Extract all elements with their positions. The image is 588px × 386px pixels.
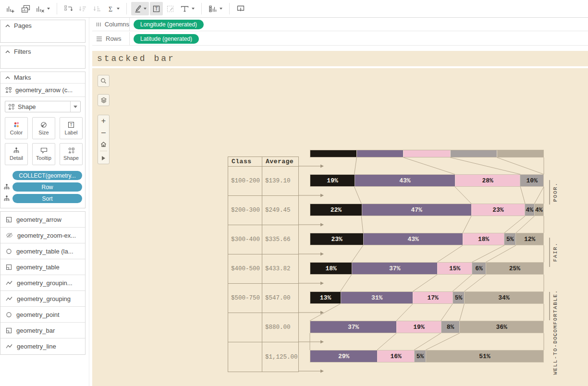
- bar-segment-gray[interactable]: 5%: [414, 350, 426, 362]
- pan-right-button[interactable]: [98, 152, 109, 164]
- dropdown-caret: [117, 8, 120, 10]
- bar-segment-purple[interactable]: 37%: [352, 263, 437, 274]
- bar-segment-tan[interactable]: 25%: [486, 263, 543, 274]
- rows-pill-latitude[interactable]: Latitude (generated): [134, 34, 199, 44]
- mark-button-color[interactable]: Color: [5, 117, 28, 139]
- table-cell-class: $200-300: [228, 196, 262, 225]
- bar-segment-pink[interactable]: 18%: [463, 233, 504, 245]
- marks-panel-header[interactable]: Marks: [0, 72, 85, 83]
- legend-segment-black[interactable]: [310, 150, 356, 157]
- pages-panel: Pages: [0, 20, 86, 43]
- bar-segment-tan[interactable]: 34%: [464, 292, 543, 303]
- pill-row[interactable]: Row: [12, 182, 82, 192]
- bar-segment-tan[interactable]: 4%: [534, 204, 543, 216]
- mark-button-tooltip[interactable]: Tooltip: [32, 143, 55, 165]
- bar-segment-purple[interactable]: 37%: [310, 321, 396, 333]
- mark-button-size[interactable]: Size: [32, 117, 55, 139]
- sheet-title[interactable]: stacked bar: [92, 51, 588, 66]
- legend-segment-pink[interactable]: [403, 150, 450, 157]
- bar-segment-label: 28%: [482, 177, 493, 184]
- bar-segment-purple[interactable]: 29%: [310, 350, 377, 362]
- bar-segment-tan[interactable]: 51%: [426, 350, 543, 362]
- bar-segment-pink[interactable]: 23%: [471, 204, 525, 216]
- columns-icon: [96, 22, 101, 27]
- layer-item-geometry_grouping[interactable]: geometry_grouping: [0, 291, 85, 307]
- bar-segment-gray[interactable]: 6%: [472, 263, 486, 274]
- label-icon: T: [68, 121, 74, 128]
- zoom-out-button[interactable]: –: [98, 127, 109, 138]
- columns-pill-longitude[interactable]: Longitude (generated): [134, 20, 204, 29]
- new-worksheet-button[interactable]: [4, 2, 18, 15]
- show-mark-labels-button[interactable]: T: [150, 2, 163, 15]
- bar-segment-pink[interactable]: 15%: [437, 263, 472, 274]
- marks-active-layer[interactable]: geometry_arrow (c...: [0, 83, 85, 97]
- mark-button-shape[interactable]: Shape: [60, 143, 83, 165]
- clear-worksheet-icon: [36, 5, 45, 13]
- marks-pills: COLLECT(geometry...RowSort: [0, 170, 85, 208]
- bar-segment-purple[interactable]: 43%: [363, 233, 462, 245]
- mark-button-detail[interactable]: Detail: [5, 143, 28, 165]
- bar-segment-purple[interactable]: 31%: [341, 292, 413, 303]
- layer-item-geometry_table[interactable]: geometry_table: [0, 259, 85, 275]
- bar-segment-black[interactable]: 22%: [310, 204, 362, 216]
- legend-segment-purple[interactable]: [356, 150, 403, 157]
- table-cell-average: $547.00: [262, 284, 298, 313]
- table-cell-average: $139.10: [262, 167, 298, 196]
- mark-type-select[interactable]: Shape: [5, 101, 81, 112]
- bar-segment-gray[interactable]: 5%: [453, 292, 464, 303]
- show-hide-cards-button[interactable]: [206, 2, 225, 15]
- highlight-button[interactable]: [131, 2, 149, 15]
- bar-segment-gray[interactable]: 5%: [504, 233, 515, 245]
- bar-segment-purple[interactable]: 47%: [362, 204, 471, 216]
- sort-descending-button[interactable]: [90, 2, 104, 15]
- bar-segment-gray[interactable]: 4%: [525, 204, 534, 216]
- bar-segment-pink[interactable]: 19%: [396, 321, 441, 333]
- pill-sort[interactable]: Sort: [12, 194, 82, 203]
- swap-rows-columns-button[interactable]: [61, 2, 75, 15]
- layer-item-geometry_bar[interactable]: geometry_bar: [0, 323, 85, 338]
- bar-segment-pink[interactable]: 17%: [413, 292, 452, 303]
- layer-item-geometry_groupin[interactable]: geometry_groupin...: [0, 275, 85, 291]
- bar-segment-black[interactable]: 23%: [310, 233, 363, 245]
- pill-collect-geometry[interactable]: COLLECT(geometry...: [12, 171, 82, 180]
- fix-axes-button[interactable]: [164, 2, 177, 15]
- table-cell-average: $1,125.00: [262, 342, 298, 372]
- layer-item-geometry_tablela[interactable]: geometry_table (la...: [0, 243, 85, 259]
- arrow-right-icon: [101, 156, 106, 161]
- layer-item-geometry_line[interactable]: geometry_line: [0, 338, 85, 354]
- bar-segment-black[interactable]: 13%: [310, 292, 341, 303]
- bar-segment-label: 37%: [348, 324, 359, 331]
- legend-segment-gray[interactable]: [450, 150, 497, 157]
- presentation-mode-button[interactable]: [234, 2, 247, 15]
- size-icon: [40, 121, 47, 128]
- mark-button-label[interactable]: TLabel: [60, 117, 83, 139]
- zoom-in-button[interactable]: +: [98, 115, 109, 127]
- mark-button-label: Shape: [63, 155, 79, 161]
- map-search-button[interactable]: [98, 75, 110, 87]
- bar-segment-tan[interactable]: 36%: [459, 321, 543, 333]
- bar-segment-pink[interactable]: 28%: [455, 175, 520, 186]
- layer-item-geometry_point[interactable]: geometry_point: [0, 307, 85, 323]
- bar-segment-black[interactable]: 19%: [310, 175, 355, 186]
- bar-segment-black[interactable]: 18%: [310, 263, 352, 274]
- filters-panel-header[interactable]: Filters: [0, 46, 85, 57]
- bar-segment-label: 17%: [427, 294, 438, 302]
- bar-segment-gray[interactable]: 8%: [441, 321, 460, 333]
- bar-segment-tan[interactable]: 12%: [515, 233, 543, 245]
- totals-button[interactable]: Σ: [105, 2, 122, 15]
- titles-captions-button[interactable]: [178, 2, 197, 15]
- bar-segment-gray[interactable]: 10%: [520, 175, 543, 186]
- pages-panel-header[interactable]: Pages: [0, 20, 85, 31]
- bar-segment-label: 4%: [535, 206, 543, 214]
- map-layers-button[interactable]: [98, 94, 110, 106]
- legend-segment-tan[interactable]: [497, 150, 543, 157]
- bar-segment-purple[interactable]: 43%: [355, 175, 455, 186]
- sort-ascending-button[interactable]: [76, 2, 89, 15]
- duplicate-worksheet-button[interactable]: [19, 2, 33, 15]
- zoom-home-button[interactable]: [98, 138, 109, 150]
- table-cell-class: $500-750: [228, 284, 262, 313]
- clear-worksheet-button[interactable]: [34, 2, 52, 15]
- bar-segment-pink[interactable]: 16%: [377, 350, 414, 362]
- layer-item-geometry_arrow[interactable]: geometry_arrow: [0, 212, 85, 228]
- layer-item-geometry_zoomex[interactable]: geometry_zoom-ex...: [0, 228, 85, 243]
